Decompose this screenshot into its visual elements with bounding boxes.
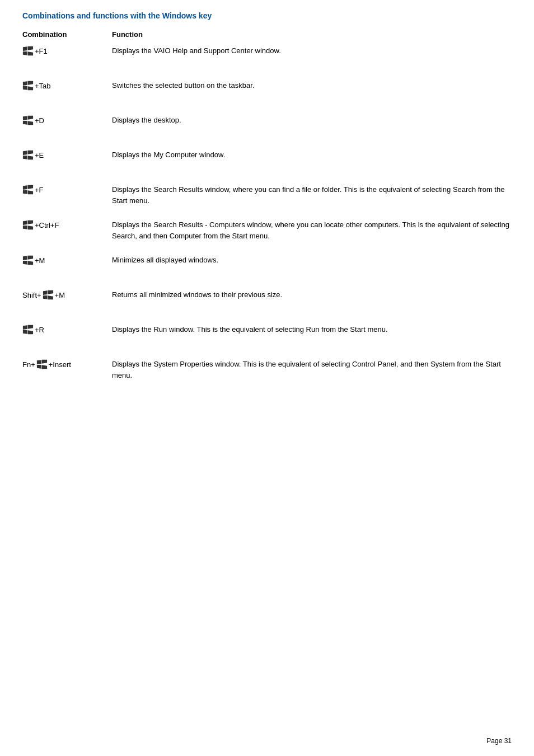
svg-marker-20	[23, 220, 27, 225]
windows-key-icon	[43, 289, 54, 300]
svg-marker-5	[28, 81, 34, 85]
entry-tab: +Tab Switches the selected button on the…	[22, 79, 512, 101]
windows-key-icon	[36, 359, 48, 370]
function-text-fninsert: Displays the System Properties window. T…	[112, 358, 512, 381]
combo-suffix: +M	[55, 291, 65, 299]
windows-key-icon	[22, 324, 34, 335]
svg-marker-17	[28, 185, 34, 189]
svg-marker-2	[23, 51, 27, 55]
svg-marker-22	[23, 226, 27, 229]
svg-marker-10	[23, 121, 27, 125]
entry-f: +F Displays the Search Results window, w…	[22, 183, 512, 206]
svg-marker-32	[23, 325, 27, 330]
svg-marker-38	[37, 365, 41, 369]
function-text-shiftm: Returns all minimized windows to their p…	[112, 288, 512, 300]
fn-prefix: Fn+	[22, 360, 35, 369]
function-text-e: Displays the My Computer window.	[112, 148, 512, 161]
function-text-d: Displays the desktop.	[112, 114, 512, 126]
svg-marker-12	[23, 151, 27, 155]
combo-suffix: +M	[35, 256, 45, 265]
windows-key-icon	[22, 149, 34, 161]
combo-suffix: +Tab	[35, 82, 51, 90]
svg-marker-30	[43, 295, 48, 299]
entry-r: +R Displays the Run window. This is the …	[22, 323, 512, 345]
combo-suffix: +R	[35, 326, 44, 334]
svg-marker-1	[28, 46, 34, 50]
svg-marker-39	[41, 365, 47, 369]
combo-suffix: +D	[35, 116, 44, 125]
svg-marker-15	[28, 156, 34, 159]
svg-marker-9	[28, 116, 34, 120]
svg-marker-26	[23, 261, 27, 265]
svg-marker-4	[23, 81, 27, 86]
combination-shiftm: Shift+ +M	[22, 288, 112, 300]
function-text-m: Minimizes all displayed windows.	[112, 253, 512, 266]
windows-key-icon	[22, 255, 34, 266]
entry-fninsert: Fn+ +Insert Displays the System Properti…	[22, 358, 512, 381]
windows-key-icon	[22, 184, 34, 195]
windows-key-icon	[22, 219, 34, 231]
svg-marker-36	[37, 360, 41, 364]
combo-suffix: +Insert	[49, 360, 71, 369]
combination-ctrlf: +Ctrl+F	[22, 218, 112, 231]
svg-marker-24	[23, 256, 27, 260]
windows-key-icon	[22, 115, 34, 126]
svg-marker-33	[28, 325, 34, 329]
svg-marker-14	[23, 156, 27, 159]
entry-d: +D Displays the desktop.	[22, 114, 512, 136]
column-header-combination: Combination	[22, 30, 112, 39]
svg-marker-13	[28, 151, 34, 154]
combination-e: +E	[22, 148, 112, 161]
svg-marker-7	[28, 86, 34, 90]
windows-key-icon	[22, 45, 34, 57]
entry-shiftm: Shift+ +M Returns all minimized windows …	[22, 288, 512, 311]
svg-marker-3	[28, 51, 34, 55]
entry-m: +M Minimizes all displayed windows.	[22, 253, 512, 276]
combo-suffix: +F1	[35, 47, 48, 55]
svg-marker-23	[28, 226, 34, 229]
function-text-tab: Switches the selected button on the task…	[112, 79, 512, 91]
combo-suffix: +Ctrl+F	[35, 221, 59, 229]
svg-marker-28	[43, 290, 48, 295]
combination-m: +M	[22, 253, 112, 266]
svg-marker-37	[41, 360, 47, 364]
svg-marker-31	[48, 295, 53, 299]
entry-e: +E Displays the My Computer window.	[22, 148, 512, 171]
svg-marker-16	[23, 185, 27, 190]
combo-suffix: +E	[35, 151, 44, 159]
svg-marker-18	[23, 190, 27, 194]
svg-marker-0	[23, 46, 27, 51]
function-text-f: Displays the Search Results window, wher…	[112, 183, 512, 206]
combination-f: +F	[22, 183, 112, 195]
combination-tab: +Tab	[22, 79, 112, 91]
combo-suffix: +F	[35, 186, 44, 194]
svg-marker-35	[28, 330, 34, 334]
combination-f1: +F1	[22, 44, 112, 57]
svg-marker-34	[23, 330, 27, 334]
combination-fninsert: Fn+ +Insert	[22, 358, 112, 370]
svg-marker-11	[28, 121, 34, 125]
svg-marker-19	[28, 190, 34, 194]
function-text-ctrlf: Displays the Search Results - Computers …	[112, 218, 512, 241]
svg-marker-6	[23, 86, 27, 90]
svg-marker-29	[48, 290, 53, 294]
windows-key-icon	[22, 80, 34, 91]
function-text-r: Displays the Run window. This is the equ…	[112, 323, 512, 335]
function-text-f1: Displays the VAIO Help and Support Cente…	[112, 44, 512, 57]
column-header-function: Function	[112, 30, 143, 39]
page-number: Page 31	[486, 737, 512, 745]
svg-marker-27	[28, 261, 34, 265]
svg-marker-25	[28, 256, 34, 260]
svg-marker-21	[28, 220, 34, 224]
combination-r: +R	[22, 323, 112, 335]
entry-ctrlf: +Ctrl+F Displays the Search Results - Co…	[22, 218, 512, 241]
svg-marker-8	[23, 116, 27, 120]
page-title: Combinations and functions with the Wind…	[22, 11, 512, 20]
entry-f1: +F1 Displays the VAIO Help and Support C…	[22, 44, 512, 67]
shift-prefix: Shift+	[22, 291, 41, 299]
combination-d: +D	[22, 114, 112, 126]
